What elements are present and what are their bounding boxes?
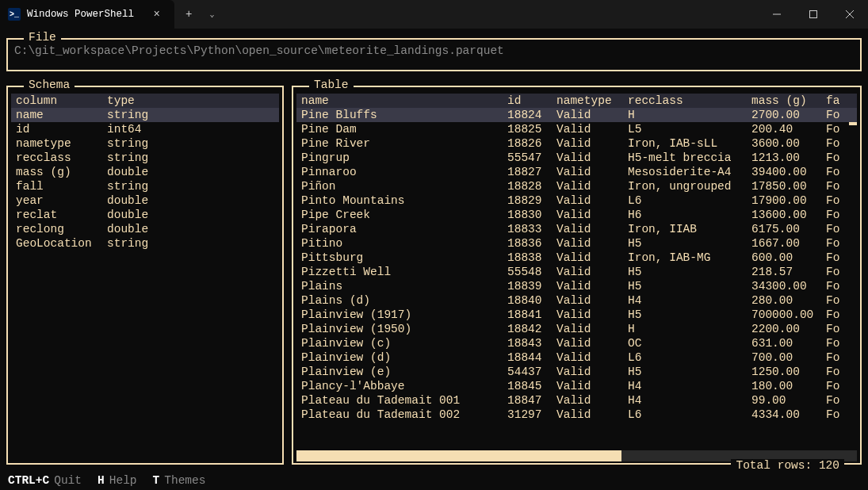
table-row[interactable]: Pingrup55547ValidH5-melt breccia1213.00F… (296, 151, 857, 165)
table-row[interactable]: Plateau du Tademait 00118847ValidH499.00… (296, 393, 857, 408)
cell-mass: 17850.00 (751, 180, 826, 193)
footer: CTRL+C Quit H Help T Themes (0, 471, 868, 490)
schema-panel: Schema column type namestringidint64name… (6, 86, 284, 465)
cell-fall: Fo (826, 223, 852, 235)
minimize-button[interactable] (759, 0, 795, 29)
cell-id: 54437 (507, 366, 556, 378)
table-row[interactable]: Plateau du Tademait 00231297ValidL64334.… (296, 408, 857, 422)
schema-col-type: string (107, 237, 274, 250)
schema-col-name: reclat (16, 209, 107, 221)
schema-row[interactable]: nametypestring (11, 136, 279, 151)
cell-fall: Fo (826, 351, 852, 364)
table-row[interactable]: Plainview (d)18844ValidL6700.00Fo (296, 350, 857, 365)
cell-mass: 13600.00 (751, 209, 826, 221)
cell-name: Plainview (1917) (301, 308, 507, 321)
schema-col-type: double (107, 166, 274, 178)
schema-col-name: fall (16, 180, 107, 193)
table-row[interactable]: Pine Bluffs18824ValidH2700.00Fo (296, 108, 857, 122)
cell-name: Plainview (e) (301, 366, 507, 378)
maximize-button[interactable] (795, 0, 832, 29)
table-row[interactable]: Pinto Mountains18829ValidL617900.00Fo (296, 193, 857, 208)
table-header-mass: mass (g) (751, 94, 826, 107)
close-window-button[interactable] (832, 0, 868, 29)
schema-row[interactable]: namestring (11, 108, 279, 122)
cell-name: Plains (301, 280, 507, 293)
schema-row[interactable]: yeardouble (11, 193, 279, 208)
new-tab-button[interactable]: + (174, 8, 203, 21)
cell-recclass: L6 (628, 194, 751, 207)
table-row[interactable]: Plainview (1950)18842ValidH2200.00Fo (296, 322, 857, 336)
cell-id: 18840 (507, 294, 556, 307)
cell-id: 18838 (507, 251, 556, 264)
table-row[interactable]: Pipe Creek18830ValidH613600.00Fo (296, 208, 857, 222)
cell-id: 18827 (507, 166, 556, 178)
cell-fall: Fo (826, 308, 852, 321)
cell-recclass: L5 (628, 123, 751, 136)
table-row[interactable]: Pine River18826ValidIron, IAB-sLL3600.00… (296, 136, 857, 151)
cell-nametype: Valid (556, 251, 628, 264)
schema-row[interactable]: idint64 (11, 122, 279, 136)
cell-mass: 700000.00 (751, 308, 826, 321)
cell-fall: Fo (826, 251, 852, 264)
cell-name: Piñon (301, 180, 507, 193)
schema-row[interactable]: reclongdouble (11, 222, 279, 236)
total-rows: Total rows: 120 (731, 459, 844, 472)
cell-id: 18839 (507, 280, 556, 293)
close-tab-icon[interactable]: × (151, 8, 163, 21)
table-row[interactable]: Plains18839ValidH534300.00Fo (296, 279, 857, 293)
cell-recclass: H5 (628, 366, 751, 378)
tab-powershell[interactable]: >_ Windows PowerShell × (0, 0, 174, 29)
cell-nametype: Valid (556, 266, 628, 278)
table-row[interactable]: Plains (d)18840ValidH4280.00Fo (296, 293, 857, 308)
table-row[interactable]: Piñon18828ValidIron, ungrouped17850.00Fo (296, 179, 857, 193)
powershell-icon: >_ (8, 8, 21, 21)
table-row[interactable]: Pirapora18833ValidIron, IIAB6175.00Fo (296, 222, 857, 236)
table-row[interactable]: Pitino18836ValidH51667.00Fo (296, 236, 857, 251)
cell-id: 18845 (507, 380, 556, 392)
table-row[interactable]: Pizzetti Well55548ValidH5218.57Fo (296, 265, 857, 279)
table-row[interactable]: Pine Dam18825ValidL5200.40Fo (296, 122, 857, 136)
cell-id: 18847 (507, 394, 556, 407)
table-row[interactable]: Plainview (1917)18841ValidH5700000.00Fo (296, 308, 857, 322)
action-help: Help (109, 474, 137, 487)
cell-recclass: H5 (628, 308, 751, 321)
schema-row[interactable]: reclatdouble (11, 208, 279, 222)
schema-header-type: type (107, 94, 274, 107)
cell-recclass: Iron, ungrouped (628, 180, 751, 193)
cell-name: Pinto Mountains (301, 194, 507, 207)
horizontal-scrollbar-thumb[interactable] (296, 450, 621, 461)
table-row[interactable]: Plainview (e)54437ValidH51250.00Fo (296, 365, 857, 379)
schema-row[interactable]: GeoLocationstring (11, 236, 279, 251)
schema-col-type: int64 (107, 123, 274, 136)
cell-recclass: H4 (628, 294, 751, 307)
cell-mass: 2700.00 (751, 109, 826, 121)
schema-col-type: double (107, 194, 274, 207)
cell-mass: 99.00 (751, 394, 826, 407)
schema-header: column type (11, 94, 279, 108)
schema-col-type: double (107, 223, 274, 235)
cell-fall: Fo (826, 109, 852, 121)
key-t: T (153, 474, 160, 487)
cell-name: Plainview (1950) (301, 323, 507, 335)
cell-name: Plancy-l'Abbaye (301, 380, 507, 392)
schema-panel-label: Schema (24, 78, 75, 91)
table-row[interactable]: Plancy-l'Abbaye18845ValidH4180.00Fo (296, 379, 857, 393)
table-row[interactable]: Plainview (c)18843ValidOC631.00Fo (296, 336, 857, 350)
table-panel-label: Table (309, 78, 354, 91)
schema-row[interactable]: fallstring (11, 179, 279, 193)
cell-fall: Fo (826, 194, 852, 207)
table-row[interactable]: Pinnaroo18827ValidMesosiderite-A439400.0… (296, 165, 857, 179)
cell-fall: Fo (826, 294, 852, 307)
cell-mass: 6175.00 (751, 223, 826, 235)
cell-id: 55547 (507, 151, 556, 164)
cell-nametype: Valid (556, 308, 628, 321)
tab-dropdown-icon[interactable]: ⌄ (203, 10, 220, 19)
key-h: H (98, 474, 105, 487)
cell-recclass: H5-melt breccia (628, 151, 751, 164)
cell-recclass: OC (628, 337, 751, 350)
table-row[interactable]: Pittsburg18838ValidIron, IAB-MG600.00Fo (296, 251, 857, 265)
cell-mass: 1213.00 (751, 151, 826, 164)
cell-fall: Fo (826, 394, 852, 407)
schema-row[interactable]: mass (g)double (11, 165, 279, 179)
schema-row[interactable]: recclassstring (11, 151, 279, 165)
